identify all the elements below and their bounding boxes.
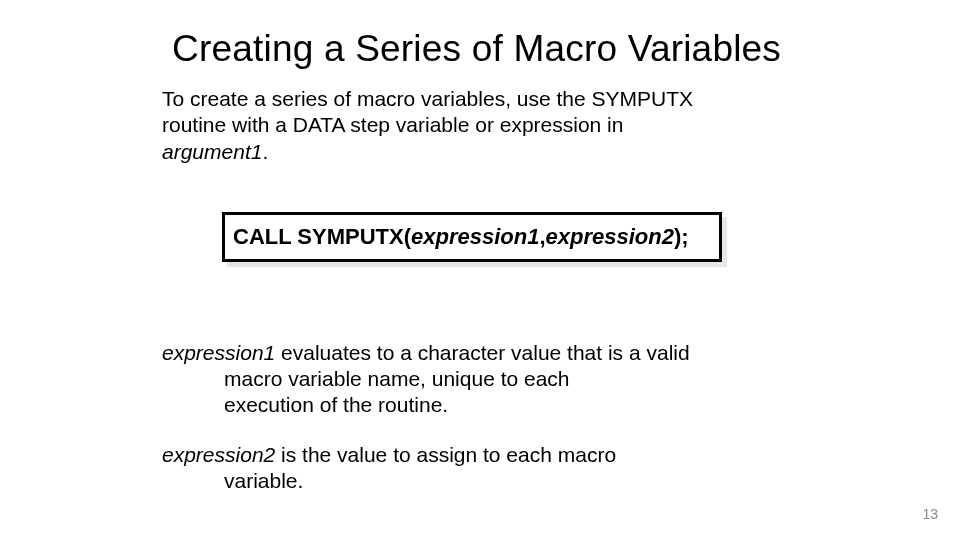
definition-1-term: expression1	[162, 341, 275, 364]
definition-1-text-a: evaluates to a character value that is a…	[275, 341, 689, 364]
code-prefix: CALL SYMPUTX(	[233, 224, 411, 250]
intro-paragraph: To create a series of macro variables, u…	[162, 86, 772, 165]
page-number: 13	[922, 506, 938, 522]
syntax-box: CALL SYMPUTX(expression1,expression2);	[222, 212, 722, 262]
syntax-box-frame: CALL SYMPUTX(expression1,expression2);	[222, 212, 722, 262]
code-expression2: expression2	[546, 224, 674, 250]
definition-2: expression2 is the value to assign to ea…	[162, 442, 822, 494]
definition-1-text-c: execution of the routine.	[224, 392, 822, 418]
definition-2-text-b: variable.	[224, 468, 822, 494]
definition-1: expression1 evaluates to a character val…	[162, 340, 822, 418]
intro-line-1: To create a series of macro variables, u…	[162, 87, 693, 110]
intro-argument: argument1	[162, 140, 262, 163]
definitions: expression1 evaluates to a character val…	[162, 340, 822, 518]
intro-line-2: routine with a DATA step variable or exp…	[162, 113, 623, 136]
code-suffix: );	[674, 224, 689, 250]
intro-period: .	[262, 140, 268, 163]
slide-title: Creating a Series of Macro Variables	[172, 28, 781, 70]
definition-2-text-a: is the value to assign to each macro	[275, 443, 616, 466]
code-expression1: expression1	[411, 224, 539, 250]
definition-2-term: expression2	[162, 443, 275, 466]
definition-1-text-b: macro variable name, unique to each	[224, 366, 822, 392]
slide: Creating a Series of Macro Variables To …	[0, 0, 960, 540]
